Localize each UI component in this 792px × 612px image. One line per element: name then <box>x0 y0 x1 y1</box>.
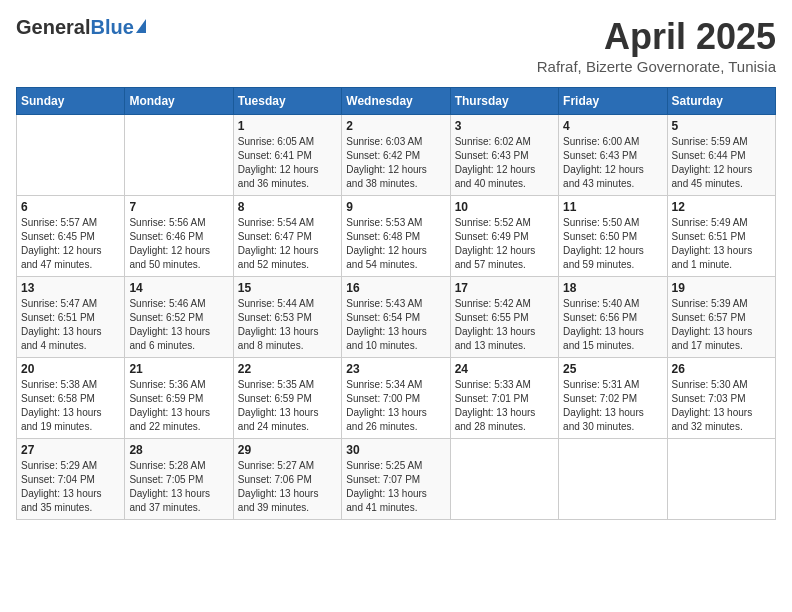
weekday-header: Sunday <box>17 88 125 115</box>
cell-info-text: Sunrise: 5:25 AM Sunset: 7:07 PM Dayligh… <box>346 459 445 515</box>
calendar-cell: 21Sunrise: 5:36 AM Sunset: 6:59 PM Dayli… <box>125 358 233 439</box>
cell-day-number: 10 <box>455 200 554 214</box>
calendar-week-row: 27Sunrise: 5:29 AM Sunset: 7:04 PM Dayli… <box>17 439 776 520</box>
cell-info-text: Sunrise: 5:35 AM Sunset: 6:59 PM Dayligh… <box>238 378 337 434</box>
calendar-cell: 2Sunrise: 6:03 AM Sunset: 6:42 PM Daylig… <box>342 115 450 196</box>
weekday-header: Saturday <box>667 88 775 115</box>
weekday-header: Thursday <box>450 88 558 115</box>
cell-day-number: 16 <box>346 281 445 295</box>
weekday-header: Tuesday <box>233 88 341 115</box>
calendar-cell: 30Sunrise: 5:25 AM Sunset: 7:07 PM Dayli… <box>342 439 450 520</box>
cell-day-number: 24 <box>455 362 554 376</box>
location-subtitle: Rafraf, Bizerte Governorate, Tunisia <box>537 58 776 75</box>
cell-day-number: 3 <box>455 119 554 133</box>
title-area: April 2025 Rafraf, Bizerte Governorate, … <box>537 16 776 75</box>
cell-day-number: 12 <box>672 200 771 214</box>
calendar-cell: 24Sunrise: 5:33 AM Sunset: 7:01 PM Dayli… <box>450 358 558 439</box>
cell-info-text: Sunrise: 5:30 AM Sunset: 7:03 PM Dayligh… <box>672 378 771 434</box>
month-title: April 2025 <box>537 16 776 58</box>
cell-day-number: 18 <box>563 281 662 295</box>
calendar-cell <box>450 439 558 520</box>
cell-info-text: Sunrise: 5:53 AM Sunset: 6:48 PM Dayligh… <box>346 216 445 272</box>
cell-day-number: 29 <box>238 443 337 457</box>
calendar-cell: 3Sunrise: 6:02 AM Sunset: 6:43 PM Daylig… <box>450 115 558 196</box>
cell-info-text: Sunrise: 5:40 AM Sunset: 6:56 PM Dayligh… <box>563 297 662 353</box>
cell-info-text: Sunrise: 5:36 AM Sunset: 6:59 PM Dayligh… <box>129 378 228 434</box>
cell-day-number: 26 <box>672 362 771 376</box>
cell-info-text: Sunrise: 5:38 AM Sunset: 6:58 PM Dayligh… <box>21 378 120 434</box>
cell-day-number: 25 <box>563 362 662 376</box>
cell-info-text: Sunrise: 5:52 AM Sunset: 6:49 PM Dayligh… <box>455 216 554 272</box>
calendar-week-row: 1Sunrise: 6:05 AM Sunset: 6:41 PM Daylig… <box>17 115 776 196</box>
cell-day-number: 9 <box>346 200 445 214</box>
calendar-cell <box>17 115 125 196</box>
cell-day-number: 13 <box>21 281 120 295</box>
calendar-cell: 10Sunrise: 5:52 AM Sunset: 6:49 PM Dayli… <box>450 196 558 277</box>
cell-info-text: Sunrise: 5:42 AM Sunset: 6:55 PM Dayligh… <box>455 297 554 353</box>
calendar-cell <box>125 115 233 196</box>
calendar-cell: 22Sunrise: 5:35 AM Sunset: 6:59 PM Dayli… <box>233 358 341 439</box>
cell-info-text: Sunrise: 6:05 AM Sunset: 6:41 PM Dayligh… <box>238 135 337 191</box>
cell-day-number: 11 <box>563 200 662 214</box>
calendar-week-row: 20Sunrise: 5:38 AM Sunset: 6:58 PM Dayli… <box>17 358 776 439</box>
calendar-cell: 15Sunrise: 5:44 AM Sunset: 6:53 PM Dayli… <box>233 277 341 358</box>
cell-info-text: Sunrise: 5:44 AM Sunset: 6:53 PM Dayligh… <box>238 297 337 353</box>
cell-info-text: Sunrise: 5:57 AM Sunset: 6:45 PM Dayligh… <box>21 216 120 272</box>
cell-info-text: Sunrise: 5:59 AM Sunset: 6:44 PM Dayligh… <box>672 135 771 191</box>
cell-info-text: Sunrise: 5:27 AM Sunset: 7:06 PM Dayligh… <box>238 459 337 515</box>
logo-triangle-icon <box>136 19 146 33</box>
weekday-header: Monday <box>125 88 233 115</box>
calendar-body: 1Sunrise: 6:05 AM Sunset: 6:41 PM Daylig… <box>17 115 776 520</box>
calendar-cell: 26Sunrise: 5:30 AM Sunset: 7:03 PM Dayli… <box>667 358 775 439</box>
cell-info-text: Sunrise: 5:56 AM Sunset: 6:46 PM Dayligh… <box>129 216 228 272</box>
cell-day-number: 27 <box>21 443 120 457</box>
cell-info-text: Sunrise: 5:33 AM Sunset: 7:01 PM Dayligh… <box>455 378 554 434</box>
calendar-cell: 17Sunrise: 5:42 AM Sunset: 6:55 PM Dayli… <box>450 277 558 358</box>
calendar-cell: 20Sunrise: 5:38 AM Sunset: 6:58 PM Dayli… <box>17 358 125 439</box>
cell-info-text: Sunrise: 5:49 AM Sunset: 6:51 PM Dayligh… <box>672 216 771 272</box>
cell-info-text: Sunrise: 5:46 AM Sunset: 6:52 PM Dayligh… <box>129 297 228 353</box>
cell-day-number: 6 <box>21 200 120 214</box>
calendar-week-row: 13Sunrise: 5:47 AM Sunset: 6:51 PM Dayli… <box>17 277 776 358</box>
cell-info-text: Sunrise: 5:47 AM Sunset: 6:51 PM Dayligh… <box>21 297 120 353</box>
cell-day-number: 17 <box>455 281 554 295</box>
cell-day-number: 7 <box>129 200 228 214</box>
calendar-cell: 8Sunrise: 5:54 AM Sunset: 6:47 PM Daylig… <box>233 196 341 277</box>
cell-info-text: Sunrise: 5:31 AM Sunset: 7:02 PM Dayligh… <box>563 378 662 434</box>
weekday-row: SundayMondayTuesdayWednesdayThursdayFrid… <box>17 88 776 115</box>
cell-info-text: Sunrise: 6:03 AM Sunset: 6:42 PM Dayligh… <box>346 135 445 191</box>
calendar-cell: 12Sunrise: 5:49 AM Sunset: 6:51 PM Dayli… <box>667 196 775 277</box>
cell-day-number: 8 <box>238 200 337 214</box>
calendar-cell: 18Sunrise: 5:40 AM Sunset: 6:56 PM Dayli… <box>559 277 667 358</box>
cell-day-number: 5 <box>672 119 771 133</box>
calendar-cell: 6Sunrise: 5:57 AM Sunset: 6:45 PM Daylig… <box>17 196 125 277</box>
cell-day-number: 21 <box>129 362 228 376</box>
cell-info-text: Sunrise: 5:34 AM Sunset: 7:00 PM Dayligh… <box>346 378 445 434</box>
calendar-cell: 7Sunrise: 5:56 AM Sunset: 6:46 PM Daylig… <box>125 196 233 277</box>
calendar-cell: 28Sunrise: 5:28 AM Sunset: 7:05 PM Dayli… <box>125 439 233 520</box>
cell-day-number: 1 <box>238 119 337 133</box>
cell-info-text: Sunrise: 5:54 AM Sunset: 6:47 PM Dayligh… <box>238 216 337 272</box>
calendar-cell: 14Sunrise: 5:46 AM Sunset: 6:52 PM Dayli… <box>125 277 233 358</box>
weekday-header: Wednesday <box>342 88 450 115</box>
header: General Blue April 2025 Rafraf, Bizerte … <box>16 16 776 75</box>
calendar-cell: 16Sunrise: 5:43 AM Sunset: 6:54 PM Dayli… <box>342 277 450 358</box>
weekday-header: Friday <box>559 88 667 115</box>
calendar-cell: 13Sunrise: 5:47 AM Sunset: 6:51 PM Dayli… <box>17 277 125 358</box>
calendar-cell: 29Sunrise: 5:27 AM Sunset: 7:06 PM Dayli… <box>233 439 341 520</box>
cell-info-text: Sunrise: 6:00 AM Sunset: 6:43 PM Dayligh… <box>563 135 662 191</box>
cell-info-text: Sunrise: 6:02 AM Sunset: 6:43 PM Dayligh… <box>455 135 554 191</box>
calendar-header: SundayMondayTuesdayWednesdayThursdayFrid… <box>17 88 776 115</box>
cell-day-number: 30 <box>346 443 445 457</box>
cell-day-number: 22 <box>238 362 337 376</box>
logo-general-text: General <box>16 16 90 39</box>
calendar-cell: 19Sunrise: 5:39 AM Sunset: 6:57 PM Dayli… <box>667 277 775 358</box>
calendar-cell <box>667 439 775 520</box>
calendar-cell: 27Sunrise: 5:29 AM Sunset: 7:04 PM Dayli… <box>17 439 125 520</box>
cell-day-number: 23 <box>346 362 445 376</box>
calendar-cell: 25Sunrise: 5:31 AM Sunset: 7:02 PM Dayli… <box>559 358 667 439</box>
logo-blue-text: Blue <box>90 16 133 39</box>
cell-info-text: Sunrise: 5:39 AM Sunset: 6:57 PM Dayligh… <box>672 297 771 353</box>
cell-day-number: 19 <box>672 281 771 295</box>
cell-info-text: Sunrise: 5:29 AM Sunset: 7:04 PM Dayligh… <box>21 459 120 515</box>
